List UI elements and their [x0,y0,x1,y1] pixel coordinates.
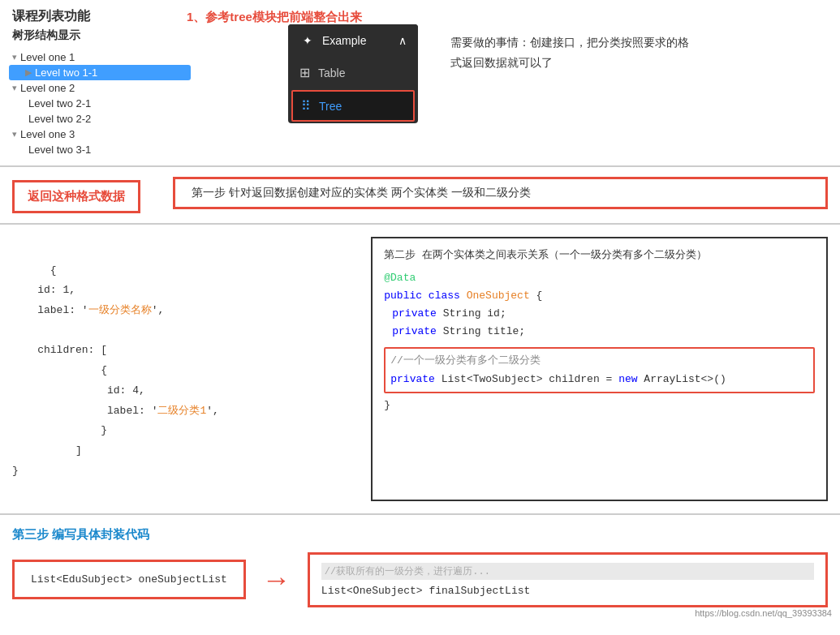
code-list-field: private List<TwoSubject> children = new … [390,371,808,388]
expand-icon: ▶ [25,67,32,78]
collapse-icon: ▾ [12,83,17,93]
brace-open: { [536,290,543,302]
code-box-right: List<OneSubject> finalSubjectList [321,585,814,597]
right-note-line2: 式返回数据就可以了 [450,53,828,73]
menu-header: ✦ Example ∧ [288,24,418,57]
keyword-private3: private [390,373,441,385]
left-panel: 课程列表功能 树形结构显示 ▾ Level one 1 ▶ Level two … [12,8,191,157]
menu-title: Example [322,34,366,47]
panel-title1: 课程列表功能 [12,8,191,25]
menu-panel: ✦ Example ∧ ⊞ Table ⠿ Tree [288,24,434,157]
tree-item[interactable]: ▾ Level one 1 [12,49,191,65]
tree-item[interactable]: ▾ Level one 2 [12,80,191,96]
top-heading: 1、参考tree模块把前端整合出来 [187,10,362,25]
url-footer: https://blog.csdn.net/qq_39393384 [695,608,832,618]
tree-item[interactable]: ▾ Level one 3 [12,127,191,142]
panel-title2: 树形结构显示 [12,28,191,43]
right-note-panel: 需要做的事情：创建接口，把分类按照要求的格 式返回数据就可以了 [434,8,828,157]
keyword-public: public class [384,290,466,302]
field-children: children = [549,373,618,385]
return-data-button[interactable]: 返回这种格式数据 [12,180,140,213]
code-annotation: @Data [384,269,815,287]
json-child-close: } [12,424,107,436]
fourth-section: 第三步 编写具体封装代码 List<EduSubject> oneSubject… [0,515,840,620]
code-field-id: private String id; [384,305,815,323]
tree-item[interactable]: ▶ Level two 1-1 [9,65,191,80]
right-code-note-blurred: //获取所有的一级分类，进行遍历... [321,563,814,580]
right-note-line1: 需要做的事情：创建接口，把分类按照要求的格 [450,32,828,53]
menu-item-tree[interactable]: ⠿ Tree [291,90,415,122]
code-field-title: private String title; [384,323,815,341]
tree-label: Level two 2-1 [28,97,91,109]
json-brace-open: { [50,264,57,277]
step1-box: 第一步 针对返回数据创建对应的实体类 两个实体类 一级和二级分类 [173,177,828,209]
tree-container: ▾ Level one 1 ▶ Level two 1-1 ▾ Level on… [12,49,191,157]
second-section: 返回这种格式数据 第一步 针对返回数据创建对应的实体类 两个实体类 一级和二级分… [0,167,840,225]
tree-label: Level one 1 [20,51,75,63]
tree-item[interactable]: Level two 3-1 [12,142,191,157]
tree-label: Level two 3-1 [28,144,91,156]
type-string2: String title; [443,325,525,337]
arraylist: ArrayList<>() [644,373,726,385]
code-highlight-section: //一个一级分类有多个二级分类 private List<TwoSubject>… [384,347,815,393]
json-label: label: '一级分类名称', [12,304,164,316]
class-name: OneSubject [467,290,536,302]
third-section: { id: 1, label: '一级分类名称', children: [ { … [0,225,840,515]
type-string1: String id; [443,307,506,320]
code-comment: //一个一级分类有多个二级分类 [390,352,808,370]
menu-item-table[interactable]: ⊞ Table [288,57,418,88]
json-children-brace: { [12,364,107,376]
menu-header-left: ✦ Example [299,32,366,49]
tree-item[interactable]: Level two 2-2 [12,111,191,127]
list-type: List<TwoSubject> [442,373,549,385]
code-brace-close: } [384,397,815,414]
menu-box: ✦ Example ∧ ⊞ Table ⠿ Tree [288,24,418,123]
tree-label: Level one 2 [20,82,75,94]
json-brace-close: } [12,465,19,477]
json-child-label: label: '二级分类1', [12,405,219,417]
json-id: id: 1, [12,284,75,296]
collapse-icon: ▾ [12,129,17,139]
right-code-wrapper: //获取所有的一级分类，进行遍历... List<OneSubject> fin… [308,552,828,607]
tree-label: Level two 1-1 [35,67,97,79]
collapse-icon: ▾ [12,52,17,62]
tree-label: Level one 3 [20,128,75,140]
tree-icon: ⠿ [301,98,311,114]
menu-item-label: Tree [319,100,342,113]
arrow-right-icon: → [262,563,291,597]
json-children-close: ] [12,444,82,457]
code-panel: 第二步 在两个实体类之间表示关系（一个一级分类有多个二级分类） @Data pu… [371,237,828,501]
chevron-up-icon: ∧ [398,34,407,47]
menu-item-label: Table [318,67,345,79]
step3-title: 第三步 编写具体封装代码 [12,527,828,543]
json-child-id: id: 4, [12,384,145,397]
step3-content: List<EduSubject> oneSubjectList → //获取所有… [12,552,828,607]
table-icon: ⊞ [299,65,310,80]
code-box-left: List<EduSubject> oneSubjectList [12,560,246,599]
tree-label: Level two 2-2 [28,113,91,125]
keyword-private2: private [392,325,442,337]
step2-title: 第二步 在两个实体类之间表示关系（一个一级分类有多个二级分类） [384,247,815,264]
keyword-new: new [618,373,644,385]
compass-icon: ✦ [299,32,316,49]
code-class-decl: public class OneSubject { [384,287,815,305]
json-code-block: { id: 1, label: '一级分类名称', children: [ { … [12,237,371,501]
json-children: children: [ [12,344,107,356]
keyword-private1: private [392,307,442,320]
tree-item[interactable]: Level two 2-1 [12,96,191,111]
